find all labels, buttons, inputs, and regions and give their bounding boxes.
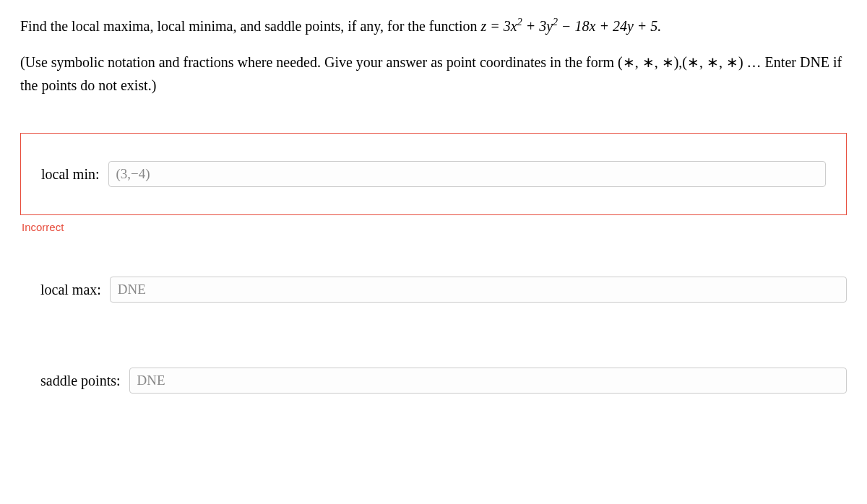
saddle-points-label: saddle points:: [40, 373, 121, 389]
local-min-feedback: Incorrect: [22, 221, 847, 233]
saddle-points-input[interactable]: [129, 368, 847, 394]
local-max-container: local max:: [40, 277, 847, 303]
problem-prefix: Find the local maxima, local minima, and…: [20, 18, 480, 34]
problem-instructions: (Use symbolic notation and fractions whe…: [20, 51, 847, 97]
saddle-points-container: saddle points:: [40, 368, 847, 394]
local-max-input[interactable]: [110, 277, 847, 303]
local-max-label: local max:: [40, 282, 101, 298]
local-min-container: local min:: [20, 133, 847, 215]
problem-equation: z = 3x2 + 3y2 − 18x + 24y + 5.: [480, 18, 661, 34]
local-min-input[interactable]: [108, 161, 826, 187]
local-min-label: local min:: [41, 166, 100, 183]
problem-statement: Find the local maxima, local minima, and…: [20, 14, 847, 38]
